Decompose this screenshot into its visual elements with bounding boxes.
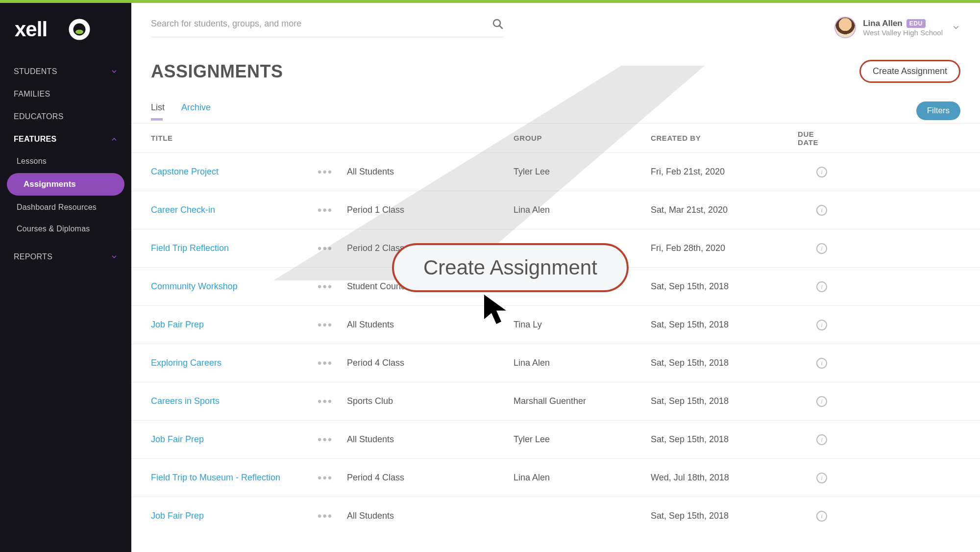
info-icon[interactable]: i bbox=[816, 473, 827, 483]
table-row: Exploring Careers•••Period 4 ClassLina A… bbox=[131, 344, 980, 382]
cell-due-date: Fri, Feb 21st, 2020 bbox=[651, 167, 798, 177]
user-school: West Valley High School bbox=[863, 28, 943, 37]
svg-point-1 bbox=[71, 21, 88, 38]
chevron-down-icon bbox=[952, 23, 960, 32]
sidebar-item-assignments[interactable]: Assignments bbox=[7, 173, 124, 196]
assignment-title-link[interactable]: Job Fair Prep bbox=[151, 320, 318, 330]
assignment-title-link[interactable]: Career Check-in bbox=[151, 205, 318, 215]
row-actions-button[interactable]: ••• bbox=[318, 509, 347, 523]
svg-text:xell: xell bbox=[15, 18, 47, 41]
user-name: Lina Allen bbox=[863, 19, 903, 28]
info-icon[interactable]: i bbox=[816, 396, 827, 407]
chevron-down-icon bbox=[111, 253, 118, 260]
create-assignment-callout: Create Assignment bbox=[392, 243, 629, 292]
info-icon[interactable]: i bbox=[816, 205, 827, 216]
sidebar-label: REPORTS bbox=[14, 252, 52, 261]
svg-point-2 bbox=[75, 30, 83, 34]
row-actions-button[interactable]: ••• bbox=[318, 356, 347, 370]
row-actions-button[interactable]: ••• bbox=[318, 242, 347, 255]
user-menu[interactable]: Lina Allen EDU West Valley High School bbox=[834, 17, 960, 38]
tabs: List Archive bbox=[151, 102, 211, 120]
col-created-by: CREATED BY bbox=[651, 134, 798, 142]
row-actions-button[interactable]: ••• bbox=[318, 395, 347, 408]
cell-created-by: Marshall Guenther bbox=[514, 396, 651, 406]
create-assignment-button[interactable]: Create Assignment bbox=[859, 60, 960, 83]
cell-created-by: Tyler Lee bbox=[514, 167, 651, 177]
sidebar-item-educators[interactable]: EDUCATORS bbox=[0, 105, 131, 128]
col-title: TITLE bbox=[151, 134, 514, 142]
row-actions-button[interactable]: ••• bbox=[318, 203, 347, 217]
sidebar-item-families[interactable]: FAMILIES bbox=[0, 83, 131, 105]
cell-due-date: Sat, Sep 15th, 2018 bbox=[651, 511, 798, 521]
chevron-up-icon bbox=[111, 136, 118, 143]
cell-created-by: Lina Alen bbox=[514, 473, 651, 483]
info-icon[interactable]: i bbox=[816, 511, 827, 522]
filters-button[interactable]: Filters bbox=[916, 101, 960, 120]
cell-created-by: Lina Alen bbox=[514, 358, 651, 368]
sidebar-item-students[interactable]: STUDENTS bbox=[0, 60, 131, 83]
assignment-title-link[interactable]: Job Fair Prep bbox=[151, 511, 318, 521]
sidebar-item-features[interactable]: FEATURES bbox=[0, 128, 131, 151]
edu-badge: EDU bbox=[906, 19, 926, 28]
page-title: ASSIGNMENTS bbox=[151, 61, 283, 82]
cell-group: All Students bbox=[347, 511, 514, 521]
sidebar-item-courses-diplomas[interactable]: Courses & Diplomas bbox=[0, 218, 131, 240]
table-row: Job Fair Prep•••All StudentsSat, Sep 15t… bbox=[131, 497, 980, 535]
cell-created-by: Tina Ly bbox=[514, 320, 651, 330]
assignment-title-link[interactable]: Capstone Project bbox=[151, 167, 318, 177]
assignment-title-link[interactable]: Field Trip to Museum - Reflection bbox=[151, 473, 318, 483]
cell-due-date: Sat, Sep 15th, 2018 bbox=[651, 396, 798, 406]
col-due-date: DUE DATE bbox=[798, 130, 827, 147]
search-icon[interactable] bbox=[492, 18, 504, 30]
table-row: Career Check-in•••Period 1 ClassLina Ale… bbox=[131, 191, 980, 229]
row-actions-button[interactable]: ••• bbox=[318, 280, 347, 294]
xello-logo-icon: xell bbox=[15, 18, 93, 43]
assignment-title-link[interactable]: Community Workshop bbox=[151, 281, 318, 292]
info-icon[interactable]: i bbox=[816, 243, 827, 254]
row-actions-button[interactable]: ••• bbox=[318, 165, 347, 179]
cell-group: Sports Club bbox=[347, 396, 514, 406]
main: Lina Allen EDU West Valley High School A… bbox=[131, 3, 980, 552]
sidebar-item-dashboard-resources[interactable]: Dashboard Resources bbox=[0, 197, 131, 218]
row-actions-button[interactable]: ••• bbox=[318, 433, 347, 447]
tab-archive[interactable]: Archive bbox=[181, 102, 211, 120]
tab-list[interactable]: List bbox=[151, 102, 165, 120]
assignment-title-link[interactable]: Field Trip Reflection bbox=[151, 243, 318, 253]
table-row: Capstone Project•••All StudentsTyler Lee… bbox=[131, 152, 980, 191]
cell-due-date: Sat, Sep 15th, 2018 bbox=[651, 281, 798, 292]
sidebar-label: EDUCATORS bbox=[14, 112, 64, 121]
svg-line-5 bbox=[499, 25, 502, 28]
info-icon[interactable]: i bbox=[816, 358, 827, 369]
assignment-title-link[interactable]: Job Fair Prep bbox=[151, 434, 318, 445]
cursor-icon bbox=[482, 292, 511, 326]
sidebar: xell STUDENTS FAMILIES EDUCATORS FEATURE… bbox=[0, 3, 131, 552]
sidebar-item-lessons[interactable]: Lessons bbox=[0, 151, 131, 172]
logo: xell bbox=[0, 18, 131, 60]
row-actions-button[interactable]: ••• bbox=[318, 318, 347, 332]
info-icon[interactable]: i bbox=[816, 281, 827, 292]
page-header: ASSIGNMENTS Create Assignment bbox=[131, 42, 980, 88]
tabs-row: List Archive Filters bbox=[131, 88, 980, 120]
assignment-title-link[interactable]: Exploring Careers bbox=[151, 358, 318, 368]
table-row: Field Trip to Museum - Reflection•••Peri… bbox=[131, 458, 980, 497]
sidebar-label: FEATURES bbox=[14, 135, 56, 144]
search-wrap bbox=[151, 18, 504, 37]
cell-group: Period 1 Class bbox=[347, 205, 514, 215]
info-icon[interactable]: i bbox=[816, 434, 827, 445]
info-icon[interactable]: i bbox=[816, 167, 827, 177]
sidebar-item-reports[interactable]: REPORTS bbox=[0, 246, 131, 268]
cell-group: Period 4 Class bbox=[347, 358, 514, 368]
cell-created-by: Lina Alen bbox=[514, 205, 651, 215]
assignment-title-link[interactable]: Careers in Sports bbox=[151, 396, 318, 406]
topbar: Lina Allen EDU West Valley High School bbox=[131, 3, 980, 42]
table-row: Careers in Sports•••Sports ClubMarshall … bbox=[131, 382, 980, 420]
search-input[interactable] bbox=[151, 19, 486, 29]
cell-group: All Students bbox=[347, 434, 514, 445]
cell-due-date: Sat, Sep 15th, 2018 bbox=[651, 358, 798, 368]
sidebar-label: STUDENTS bbox=[14, 67, 57, 76]
info-icon[interactable]: i bbox=[816, 320, 827, 330]
table-header: TITLE GROUP CREATED BY DUE DATE bbox=[131, 123, 980, 152]
table-row: Job Fair Prep•••All StudentsTina LySat, … bbox=[131, 305, 980, 344]
row-actions-button[interactable]: ••• bbox=[318, 471, 347, 485]
cell-due-date: Wed, Jul 18th, 2018 bbox=[651, 473, 798, 483]
